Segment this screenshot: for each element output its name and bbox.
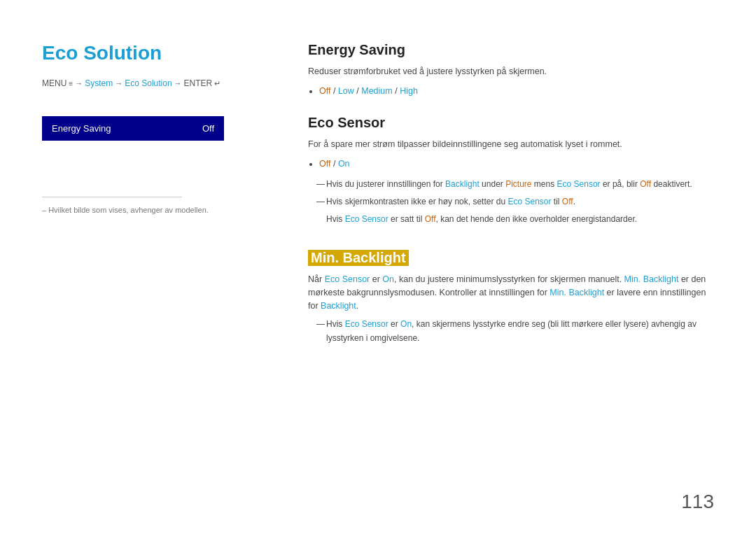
footnote: – Hvilket bilde som vises, avhenger av m…: [42, 206, 238, 214]
mb-note1-on: On: [400, 319, 412, 329]
breadcrumb-menu-icon: ≡: [69, 80, 73, 87]
breadcrumb-arrow-2: →: [115, 79, 122, 87]
note1-backlight: Backlight: [445, 179, 479, 189]
divider: [42, 197, 182, 197]
breadcrumb-eco-solution: Eco Solution: [125, 78, 172, 88]
sep1: /: [330, 86, 337, 96]
left-column: Eco Solution MENU ≡ → System → Eco Solut…: [42, 42, 266, 506]
energy-saving-description: Reduser strømforbruket ved å justere lys…: [308, 65, 714, 78]
mb-note1-prefix: Hvis: [326, 319, 345, 329]
page-number: 113: [681, 491, 714, 513]
breadcrumb-enter-icon: ↵: [214, 79, 220, 88]
mb-ecosensor: Eco Sensor: [325, 274, 370, 284]
note2-ecosensor: Eco Sensor: [507, 197, 551, 206]
eco-sensor-option-list: Off / On: [319, 157, 714, 171]
breadcrumb: MENU ≡ → System → Eco Solution → ENTER ↵: [42, 78, 238, 88]
mb-desc-prefix: Når: [308, 274, 325, 284]
note1-mid2: mens: [532, 179, 557, 189]
mb-on: On: [382, 274, 394, 284]
note1-end: deaktivert.: [651, 179, 692, 189]
note1-picture: Picture: [505, 179, 531, 189]
note2-off: Off: [562, 197, 573, 206]
option-off: Off: [319, 86, 330, 96]
note1-off: Off: [640, 179, 651, 189]
menu-item-label: Energy Saving: [52, 123, 111, 134]
option-medium: Medium: [361, 86, 392, 96]
breadcrumb-arrow-3: →: [174, 79, 182, 87]
energy-saving-option-list: Off / Low / Medium / High: [319, 84, 714, 98]
eco-option-off: Off: [319, 159, 330, 169]
breadcrumb-enter: ENTER: [184, 78, 213, 88]
min-backlight-title: Min. Backlight: [308, 250, 409, 266]
note2-sub-off: Off: [425, 214, 436, 224]
energy-saving-section: Energy Saving Reduser strømforbruket ved…: [308, 42, 714, 98]
energy-saving-options: Off / Low / Medium / High: [319, 84, 714, 98]
breadcrumb-system: System: [85, 78, 113, 88]
mb-note1-mid: er: [388, 319, 400, 329]
min-backlight-section: Min. Backlight Når Eco Sensor er On, kan…: [308, 233, 714, 345]
breadcrumb-menu: MENU: [42, 78, 66, 88]
energy-saving-title: Energy Saving: [308, 42, 714, 58]
note2-sub-end: , kan det hende den ikke overholder ener…: [436, 214, 638, 224]
eco-sensor-note2-sub: Hvis Eco Sensor er satt til Off, kan det…: [326, 213, 714, 226]
page-title: Eco Solution: [42, 42, 238, 64]
sep3: /: [393, 86, 400, 96]
note2-sub-ecosensor: Eco Sensor: [345, 214, 388, 224]
sep2: /: [354, 86, 361, 96]
note1-prefix: Hvis du justerer innstillingen for: [326, 179, 445, 189]
eco-sensor-title: Eco Sensor: [308, 115, 714, 131]
note1-ecosensor: Eco Sensor: [557, 179, 601, 189]
eco-sensor-description: For å spare mer strøm tilpasser bildeinn…: [308, 138, 714, 151]
note2-end: .: [573, 197, 575, 206]
note2-sub-mid: er satt til: [388, 214, 425, 224]
mb-backlight: Backlight: [321, 301, 356, 311]
eco-sensor-options: Off / On: [319, 157, 714, 171]
menu-item-value: Off: [202, 123, 214, 134]
mb-mid2: , kan du justere minimumslysstyrken for …: [394, 274, 624, 284]
breadcrumb-arrow-1: →: [75, 79, 83, 87]
mb-minbl2: Min. Backlight: [550, 288, 604, 297]
mb-note1-ecosensor: Eco Sensor: [345, 319, 388, 329]
min-backlight-description: Når Eco Sensor er On, kan du justere min…: [308, 273, 714, 312]
note2-sub-prefix: Hvis: [326, 214, 345, 224]
menu-item-energy-saving[interactable]: Energy Saving Off: [42, 116, 224, 141]
eco-sensor-section: Eco Sensor For å spare mer strøm tilpass…: [308, 115, 714, 226]
note1-suffix: er på, blir: [601, 179, 640, 189]
min-backlight-note1: Hvis Eco Sensor er On, kan skjermens lys…: [316, 318, 714, 344]
eco-sensor-note2: Hvis skjermkontrasten ikke er høy nok, s…: [316, 195, 714, 209]
right-column: Energy Saving Reduser strømforbruket ved…: [266, 42, 714, 506]
eco-option-on: On: [338, 159, 350, 169]
note1-mid: under: [479, 179, 505, 189]
mb-end: .: [356, 301, 358, 311]
option-high: High: [400, 86, 418, 96]
mb-minbl1: Min. Backlight: [624, 274, 679, 284]
note2-prefix: Hvis skjermkontrasten ikke er høy nok, s…: [326, 197, 507, 206]
mb-mid: er: [370, 274, 382, 284]
note2-mid: til: [551, 197, 561, 206]
eco-sep: /: [330, 159, 337, 169]
eco-sensor-note1: Hvis du justerer innstillingen for Backl…: [316, 178, 714, 191]
option-low: Low: [338, 86, 354, 96]
